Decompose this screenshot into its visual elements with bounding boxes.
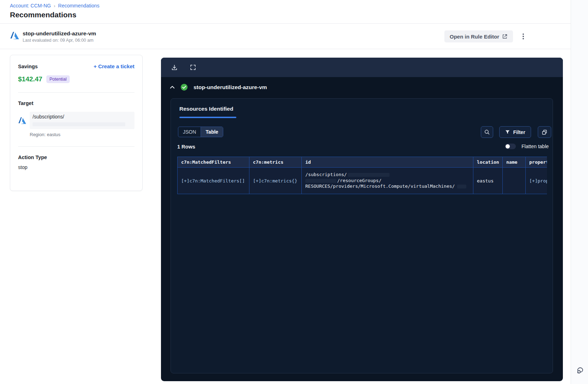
toggle-knob [506, 144, 510, 149]
cell-metrics[interactable]: [+]c7n:metrics{} [249, 168, 302, 194]
kebab-menu-icon [519, 33, 527, 40]
collapse-toggle-button[interactable] [169, 84, 175, 91]
external-link-icon [502, 34, 508, 39]
table-row: [+]c7n:MatchedFilters[] [+]c7n:metrics{}… [178, 168, 547, 194]
action-type-value: stop [18, 164, 134, 170]
breadcrumb-account-link[interactable]: Account: CCM-NG [10, 3, 51, 8]
table-header-row: c7n:MatchedFilters c7n:metrics id locati… [178, 157, 547, 168]
col-header-name[interactable]: name [503, 157, 526, 168]
cell-properties[interactable]: [+]prop [526, 168, 547, 194]
target-path: /subscriptions/ [33, 114, 132, 120]
col-header-properties[interactable]: propert [526, 157, 547, 168]
tab-resources-identified[interactable]: Resources Identified [179, 106, 233, 112]
results-panel-toolbar [161, 58, 563, 77]
target-label: Target [18, 100, 134, 106]
filter-funnel-icon [505, 129, 510, 135]
search-icon [484, 129, 490, 135]
rule-header: stop-underutilized-azure-vm Last evaluat… [0, 24, 571, 49]
rule-last-evaluated: Last evaluated on: 09 Apr, 06:00 am [23, 38, 93, 43]
target-path-box: /subscriptions/ [30, 112, 134, 129]
cell-name[interactable] [503, 168, 526, 194]
col-header-metrics[interactable]: c7n:metrics [249, 157, 302, 168]
page-title: Recommendations [10, 11, 76, 19]
target-region: Region: eastus [30, 132, 134, 137]
azure-logo-icon [18, 116, 27, 125]
download-button[interactable] [171, 64, 178, 71]
results-rule-title: stop-underutilized-azure-vm [194, 84, 267, 91]
copy-icon [541, 129, 548, 135]
download-icon [171, 64, 178, 71]
azure-logo-icon [10, 31, 19, 40]
search-button[interactable] [481, 126, 493, 138]
chat-bubbles-icon[interactable] [576, 366, 586, 376]
col-header-location[interactable]: location [473, 157, 503, 168]
savings-amount: $142.47 [18, 75, 42, 83]
cell-location[interactable]: eastus [473, 168, 503, 194]
col-header-matched-filters[interactable]: c7n:MatchedFilters [178, 157, 249, 168]
open-rule-editor-button[interactable]: Open in Rule Editor [444, 30, 513, 42]
check-circle-icon [180, 83, 188, 91]
view-table-button[interactable]: Table [201, 127, 223, 137]
savings-label: Savings [18, 64, 38, 69]
resources-identified-panel: Resources Identified JSON Table [171, 98, 553, 373]
cell-id[interactable]: /subscriptions/ /resourceGroups/ RESOURC… [302, 168, 473, 194]
tab-active-underline [179, 117, 236, 118]
redacted-text [348, 173, 390, 177]
action-type-label: Action Type [18, 155, 134, 160]
flatten-table-toggle[interactable] [505, 144, 516, 149]
recommendation-summary-card: Savings + Create a ticket $142.47 Potent… [10, 55, 143, 191]
copy-button[interactable] [538, 126, 551, 138]
cell-matched-filters[interactable]: [+]c7n:MatchedFilters[] [178, 168, 249, 194]
page: Account: CCM-NG › Recommendations Recomm… [0, 0, 588, 384]
divider [0, 49, 571, 49]
savings-potential-badge: Potential [46, 75, 70, 83]
view-json-button[interactable]: JSON [178, 127, 201, 137]
breadcrumb-recommendations-link[interactable]: Recommendations [58, 3, 99, 8]
filter-button[interactable]: Filter [499, 126, 531, 138]
col-header-id[interactable]: id [302, 157, 473, 168]
divider [18, 146, 134, 147]
right-rail [571, 0, 588, 384]
rule-result-header: stop-underutilized-azure-vm [169, 83, 267, 91]
kebab-menu-button[interactable] [518, 31, 529, 42]
resources-table-wrap: c7n:MatchedFilters c7n:metrics id locati… [177, 157, 547, 195]
fullscreen-button[interactable] [190, 64, 197, 71]
divider [18, 92, 134, 93]
rows-count: 1 Rows [177, 144, 195, 150]
view-mode-toggle: JSON Table [178, 127, 223, 137]
redacted-text [457, 185, 466, 188]
filter-label: Filter [513, 129, 525, 135]
create-ticket-button[interactable]: + Create a ticket [94, 63, 134, 69]
results-panel: stop-underutilized-azure-vm Resources Id… [161, 58, 563, 381]
chevron-up-icon [169, 84, 175, 91]
rule-title: stop-underutilized-azure-vm [23, 30, 96, 37]
redacted-subscription-id [33, 122, 125, 126]
fullscreen-icon [190, 64, 197, 71]
open-rule-editor-label: Open in Rule Editor [450, 34, 499, 40]
breadcrumb-separator: › [54, 3, 55, 8]
resources-table: c7n:MatchedFilters c7n:metrics id locati… [177, 157, 547, 194]
breadcrumb: Account: CCM-NG › Recommendations [10, 3, 99, 8]
flatten-table-control: Flatten table [505, 144, 549, 149]
redacted-text [305, 179, 336, 183]
flatten-table-label: Flatten table [521, 144, 549, 149]
